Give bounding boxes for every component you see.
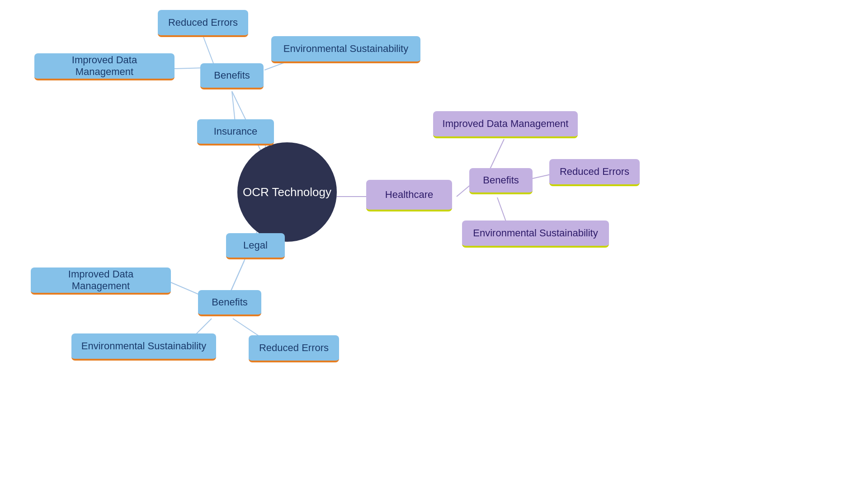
benefits-right-node[interactable]: Benefits [469,168,533,194]
env-sustainability-top-node[interactable]: Environmental Sustainability [271,36,420,63]
improved-data-bottom-node[interactable]: Improved Data Management [31,267,171,295]
insurance-node[interactable]: Insurance [197,119,274,145]
improved-data-right-node[interactable]: Improved Data Management [433,111,578,138]
svg-line-15 [533,174,551,178]
reduced-errors-bottom-node[interactable]: Reduced Errors [249,335,339,362]
reduced-errors-right-label: Reduced Errors [560,166,629,178]
env-sustainability-bottom-label: Environmental Sustainability [81,340,206,352]
reduced-errors-right-node[interactable]: Reduced Errors [549,159,640,186]
insurance-label: Insurance [214,126,258,137]
reduced-errors-top-node[interactable]: Reduced Errors [158,10,248,37]
svg-line-14 [488,139,504,173]
legal-label: Legal [243,239,268,251]
benefits-top-node[interactable]: Benefits [200,63,264,89]
improved-data-right-label: Improved Data Management [443,118,569,130]
center-label: OCR Technology [243,185,331,199]
env-sustainability-bottom-node[interactable]: Environmental Sustainability [71,333,216,361]
legal-node[interactable]: Legal [226,233,285,259]
env-sustainability-right-label: Environmental Sustainability [473,227,598,239]
improved-data-top-label: Improved Data Management [42,54,166,78]
center-node[interactable]: OCR Technology [237,142,337,242]
benefits-bottom-label: Benefits [212,296,248,308]
reduced-errors-bottom-label: Reduced Errors [259,342,329,354]
svg-line-9 [230,261,244,294]
benefits-bottom-node[interactable]: Benefits [198,290,261,316]
env-sustainability-top-label: Environmental Sustainability [283,43,408,55]
benefits-top-label: Benefits [214,70,250,81]
svg-line-5 [203,37,215,67]
healthcare-label: Healthcare [385,189,433,201]
benefits-right-label: Benefits [483,174,519,186]
improved-data-bottom-label: Improved Data Management [39,268,163,292]
healthcare-node[interactable]: Healthcare [366,180,452,211]
improved-data-top-node[interactable]: Improved Data Management [34,53,175,80]
env-sustainability-right-node[interactable]: Environmental Sustainability [462,221,609,248]
reduced-errors-top-label: Reduced Errors [168,17,238,28]
